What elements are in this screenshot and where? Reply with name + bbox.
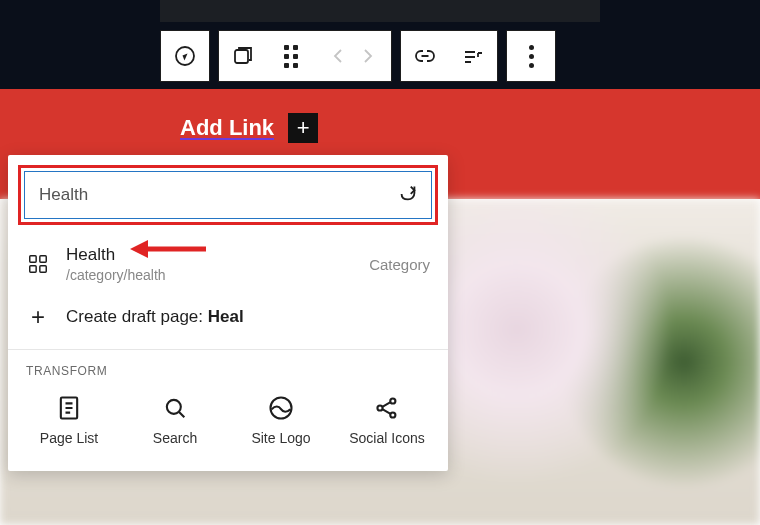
svg-rect-1 (235, 50, 248, 63)
category-icon (26, 253, 50, 275)
add-link-label[interactable]: Add Link (180, 115, 274, 141)
transform-search[interactable]: Search (122, 388, 228, 453)
transform-social-icons[interactable]: Social Icons (334, 388, 440, 453)
svg-point-9 (377, 405, 382, 410)
link-button[interactable] (401, 31, 449, 81)
suggestion-type: Category (369, 256, 430, 273)
transform-grid: Page List Search Site Logo Social Icons (8, 382, 448, 471)
add-block-button[interactable]: + (288, 113, 318, 143)
svg-rect-3 (40, 256, 46, 262)
explore-button[interactable] (161, 31, 209, 81)
create-draft-label: Create draft page: (66, 307, 203, 326)
create-draft-row[interactable]: + Create draft page: Heal (8, 293, 448, 341)
svg-point-7 (167, 400, 181, 414)
transform-site-logo[interactable]: Site Logo (228, 388, 334, 453)
link-search-input[interactable] (37, 184, 389, 206)
suggestion-path: /category/health (66, 267, 353, 283)
svg-rect-5 (40, 266, 46, 272)
svg-rect-2 (30, 256, 36, 262)
divider (8, 349, 448, 350)
suggestion-title: Health (66, 245, 353, 265)
svg-point-10 (390, 398, 395, 403)
svg-rect-4 (30, 266, 36, 272)
transform-heading: TRANSFORM (8, 354, 448, 382)
block-toolbar (160, 30, 556, 82)
transform-page-list[interactable]: Page List (16, 388, 122, 453)
drag-handle[interactable] (267, 31, 315, 81)
plus-icon: + (31, 303, 45, 331)
svg-point-11 (390, 412, 395, 417)
select-parent-button[interactable] (219, 31, 267, 81)
create-draft-term: Heal (208, 307, 244, 326)
move-right-button[interactable] (343, 31, 391, 81)
more-options-button[interactable] (507, 31, 555, 81)
search-highlight-box (18, 165, 438, 225)
suggestion-row[interactable]: Health /category/health Category (8, 235, 448, 293)
submenu-button[interactable] (449, 31, 497, 81)
editor-top-bar (0, 0, 760, 89)
link-popover: Health /category/health Category + Creat… (8, 155, 448, 471)
submit-icon[interactable] (397, 182, 419, 208)
search-field-wrap (24, 171, 432, 219)
add-link-region: Add Link + (180, 113, 318, 143)
